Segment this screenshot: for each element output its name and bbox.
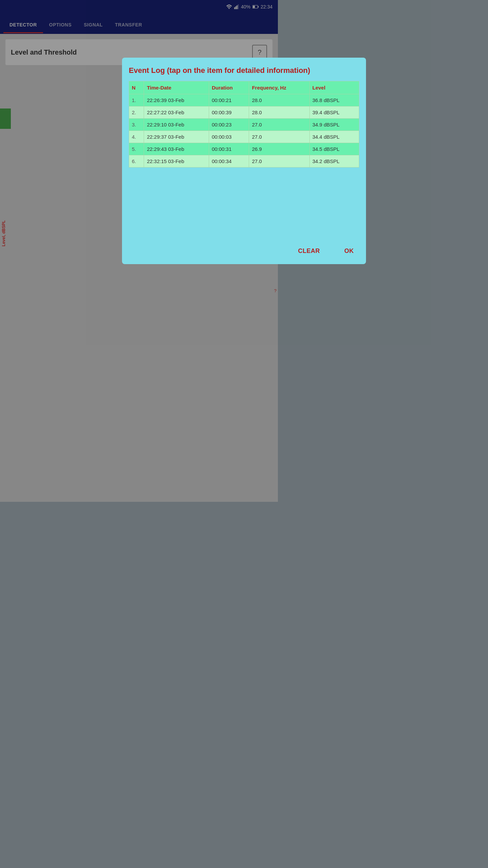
table-row[interactable]: 1.22:26:39 03-Feb00:00:2128.036.8 dBSPL [129, 94, 278, 106]
cell-n-3: 3. [129, 118, 144, 131]
cell-timeDate-1: 22:26:39 03-Feb [144, 94, 209, 106]
table-row[interactable]: 2.22:27:22 03-Feb00:00:3928.039.4 dBSPL [129, 106, 278, 118]
cell-duration-5: 00:00:31 [209, 143, 249, 155]
cell-n-1: 1. [129, 94, 144, 106]
cell-n-4: 4. [129, 131, 144, 143]
cell-frequency-2: 28.0 [249, 106, 278, 118]
table-row[interactable]: 6.22:32:15 03-Feb00:00:3427.034.2 dBSPL [129, 155, 278, 167]
col-header-timedate: Time-Date [144, 81, 209, 94]
dialog-buttons: CLEAR OK [129, 241, 278, 257]
cell-duration-4: 00:00:03 [209, 131, 249, 143]
dialog-overlay: Event Log (tap on the item for detailed … [0, 0, 278, 502]
cell-duration-3: 00:00:23 [209, 118, 249, 131]
table-row[interactable]: 3.22:29:10 03-Feb00:00:2327.034.9 dBSPL [129, 118, 278, 131]
col-header-n: N [129, 81, 144, 94]
cell-duration-2: 00:00:39 [209, 106, 249, 118]
cell-frequency-6: 27.0 [249, 155, 278, 167]
col-header-frequency: Frequency, Hz [249, 81, 278, 94]
event-table: N Time-Date Duration Frequency, Hz Level… [129, 81, 278, 167]
cell-timeDate-3: 22:29:10 03-Feb [144, 118, 209, 131]
event-log-dialog: Event Log (tap on the item for detailed … [122, 58, 278, 264]
dialog-title: Event Log (tap on the item for detailed … [129, 66, 278, 76]
table-row[interactable]: 5.22:29:43 03-Feb00:00:3126.934.5 dBSPL [129, 143, 278, 155]
cell-timeDate-6: 22:32:15 03-Feb [144, 155, 209, 167]
cell-duration-1: 00:00:21 [209, 94, 249, 106]
cell-frequency-4: 27.0 [249, 131, 278, 143]
cell-duration-6: 00:00:34 [209, 155, 249, 167]
cell-frequency-5: 26.9 [249, 143, 278, 155]
cell-n-6: 6. [129, 155, 144, 167]
cell-n-2: 2. [129, 106, 144, 118]
cell-n-5: 5. [129, 143, 144, 155]
col-header-duration: Duration [209, 81, 249, 94]
table-row[interactable]: 4.22:29:37 03-Feb00:00:0327.034.4 dBSPL [129, 131, 278, 143]
cell-timeDate-5: 22:29:43 03-Feb [144, 143, 209, 155]
cell-timeDate-2: 22:27:22 03-Feb [144, 106, 209, 118]
cell-frequency-3: 27.0 [249, 118, 278, 131]
cell-timeDate-4: 22:29:37 03-Feb [144, 131, 209, 143]
dialog-spacer [129, 173, 278, 241]
cell-frequency-1: 28.0 [249, 94, 278, 106]
